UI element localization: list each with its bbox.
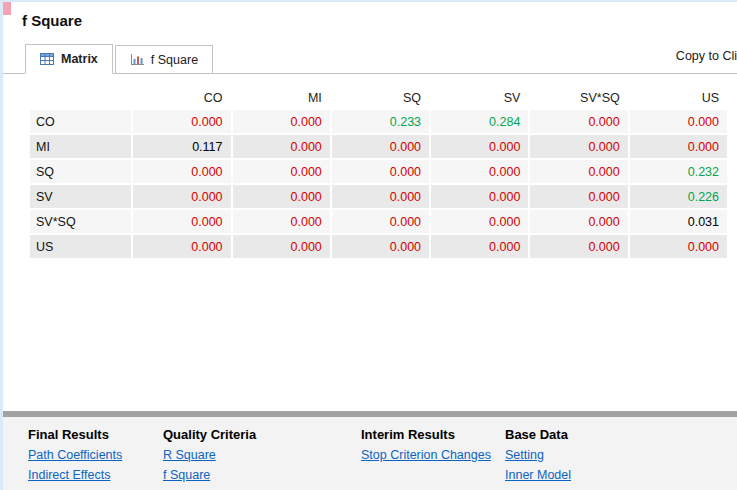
row-header-sv-sq: SV*SQ bbox=[30, 210, 131, 233]
footer-link-indirect-effects[interactable]: Indirect Effects bbox=[28, 468, 110, 482]
matrix-cell: 0.000 bbox=[431, 135, 528, 158]
matrix-cell: 0.000 bbox=[630, 110, 727, 133]
footer-section-interim-results: Interim ResultsStop Criterion Changes bbox=[361, 427, 505, 490]
footer-section-title: Interim Results bbox=[361, 427, 455, 442]
matrix-cell: 0.000 bbox=[332, 235, 429, 258]
footer-link-r-square[interactable]: R Square bbox=[163, 448, 216, 462]
matrix-cell: 0.000 bbox=[530, 135, 627, 158]
results-navigation-panel: Final ResultsPath CoefficientsIndirect E… bbox=[3, 417, 737, 490]
matrix-cell: 0.000 bbox=[530, 160, 627, 183]
column-header-sv-sq: SV*SQ bbox=[530, 88, 627, 108]
matrix-cell: 0.031 bbox=[630, 210, 727, 233]
page-title: f Square bbox=[22, 12, 82, 29]
matrix-cell: 0.000 bbox=[530, 110, 627, 133]
matrix-cell: 0.226 bbox=[630, 185, 727, 208]
row-header-sq: SQ bbox=[30, 160, 131, 183]
footer-link-path-coefficients[interactable]: Path Coefficients bbox=[28, 448, 122, 462]
title-bar: f Square bbox=[3, 2, 737, 38]
footer-link-inner-model[interactable]: Inner Model bbox=[505, 468, 571, 482]
matrix-cell: 0.000 bbox=[133, 160, 230, 183]
table-row: US0.0000.0000.0000.0000.0000.000 bbox=[30, 235, 727, 258]
table-icon bbox=[40, 53, 54, 65]
matrix-cell: 0.000 bbox=[233, 210, 330, 233]
tab-bar: Matrix f Square Copy to Cli bbox=[3, 38, 737, 74]
matrix-cell: 0.000 bbox=[233, 185, 330, 208]
row-header-us: US bbox=[30, 235, 131, 258]
column-header-mi: MI bbox=[233, 88, 330, 108]
matrix-corner-cell bbox=[30, 88, 131, 108]
table-row: SV*SQ0.0000.0000.0000.0000.0000.031 bbox=[30, 210, 727, 233]
footer-link-stop-criterion-changes[interactable]: Stop Criterion Changes bbox=[361, 448, 491, 462]
footer-link-setting[interactable]: Setting bbox=[505, 448, 544, 462]
matrix-cell: 0.000 bbox=[233, 235, 330, 258]
matrix-cell: 0.284 bbox=[431, 110, 528, 133]
matrix-cell: 0.000 bbox=[431, 235, 528, 258]
matrix-cell: 0.000 bbox=[133, 210, 230, 233]
window-corner-artifact bbox=[3, 2, 11, 15]
footer-section-quality-criteria: Quality CriteriaR Squaref SquareConstruc… bbox=[163, 427, 361, 490]
row-header-co: CO bbox=[30, 110, 131, 133]
table-row: CO0.0000.0000.2330.2840.0000.000 bbox=[30, 110, 727, 133]
row-header-sv: SV bbox=[30, 185, 131, 208]
footer-section-title: Quality Criteria bbox=[163, 427, 256, 442]
matrix-cell: 0.232 bbox=[630, 160, 727, 183]
matrix-cell: 0.000 bbox=[431, 160, 528, 183]
tab-matrix[interactable]: Matrix bbox=[25, 44, 113, 74]
tab-fsquare[interactable]: f Square bbox=[115, 45, 213, 74]
row-header-mi: MI bbox=[30, 135, 131, 158]
matrix-cell: 0.000 bbox=[133, 235, 230, 258]
matrix-cell: 0.000 bbox=[530, 210, 627, 233]
matrix-cell: 0.000 bbox=[332, 210, 429, 233]
table-row: SQ0.0000.0000.0000.0000.0000.232 bbox=[30, 160, 727, 183]
matrix-cell: 0.000 bbox=[630, 135, 727, 158]
matrix-cell: 0.000 bbox=[530, 185, 627, 208]
tab-matrix-label: Matrix bbox=[61, 52, 98, 66]
matrix-cell: 0.000 bbox=[332, 135, 429, 158]
matrix-header-row: COMISQSVSV*SQUS bbox=[30, 88, 727, 108]
footer-link-f-square[interactable]: f Square bbox=[163, 468, 210, 482]
matrix-table-container: COMISQSVSV*SQUS CO0.0000.0000.2330.2840.… bbox=[3, 74, 737, 260]
matrix-cell: 0.000 bbox=[233, 110, 330, 133]
fsquare-report-window: f Square Matrix bbox=[0, 0, 737, 490]
tab-fsquare-label: f Square bbox=[151, 53, 198, 67]
footer-section-title: Final Results bbox=[28, 427, 109, 442]
matrix-cell: 0.000 bbox=[431, 210, 528, 233]
copy-to-clipboard-button[interactable]: Copy to Cli bbox=[676, 49, 737, 63]
matrix-cell: 0.000 bbox=[332, 160, 429, 183]
matrix-cell: 0.000 bbox=[133, 185, 230, 208]
matrix-cell: 0.117 bbox=[133, 135, 230, 158]
column-header-us: US bbox=[630, 88, 727, 108]
matrix-cell: 0.000 bbox=[431, 185, 528, 208]
column-header-sq: SQ bbox=[332, 88, 429, 108]
column-header-sv: SV bbox=[431, 88, 528, 108]
matrix-cell: 0.000 bbox=[630, 235, 727, 258]
column-header-co: CO bbox=[133, 88, 230, 108]
footer-section-title: Base Data bbox=[505, 427, 568, 442]
matrix-cell: 0.233 bbox=[332, 110, 429, 133]
footer-section-final-results: Final ResultsPath CoefficientsIndirect E… bbox=[28, 427, 163, 490]
chart-icon bbox=[130, 54, 144, 66]
matrix-cell: 0.000 bbox=[530, 235, 627, 258]
footer-section-base-data: Base DataSettingInner Model bbox=[505, 427, 571, 490]
matrix-cell: 0.000 bbox=[332, 185, 429, 208]
matrix-cell: 0.000 bbox=[133, 110, 230, 133]
matrix-cell: 0.000 bbox=[233, 160, 330, 183]
table-row: MI0.1170.0000.0000.0000.0000.000 bbox=[30, 135, 727, 158]
table-row: SV0.0000.0000.0000.0000.0000.226 bbox=[30, 185, 727, 208]
fsquare-matrix-table: COMISQSVSV*SQUS CO0.0000.0000.2330.2840.… bbox=[28, 86, 729, 260]
matrix-cell: 0.000 bbox=[233, 135, 330, 158]
